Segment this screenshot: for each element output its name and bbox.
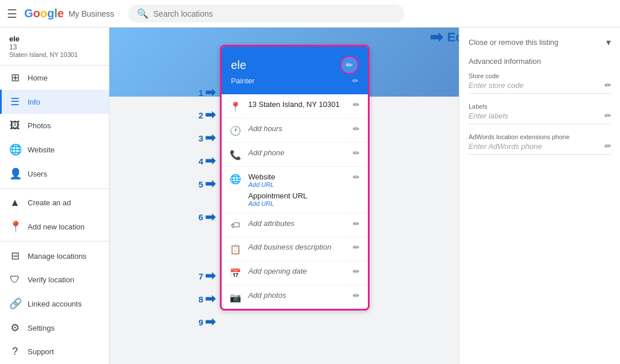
right-panel-top: Close or remove this listing ▾ — [469, 37, 611, 48]
store-code-placeholder: Enter store code — [469, 81, 523, 90]
photos-content: Add photos — [248, 291, 346, 300]
sidebar-item-create-ad[interactable]: ▲ Create an ad — [0, 191, 109, 214]
hours-row: 🕐 Add hours ✏ — [222, 118, 368, 143]
hours-icon: 🕐 — [230, 125, 241, 136]
edit-description-button[interactable]: ✏ — [353, 243, 360, 252]
num-2: 2 — [199, 110, 203, 120]
sidebar-item-info[interactable]: ☰ Info — [0, 90, 109, 114]
annotation-9: 9 ➡ — [199, 311, 215, 334]
arrow-9: ➡ — [205, 315, 215, 329]
annotation-3: 3 ➡ — [199, 127, 215, 150]
photos-text: Add photos — [248, 291, 346, 300]
adwords-label: AdWords location extensions phone — [469, 133, 611, 140]
labels-value: Enter labels ✏ — [469, 111, 611, 124]
sidebar-profile: ele 13 Staten Island, NY 10301 — [0, 28, 109, 66]
description-row: 📋 Add business description ✏ — [222, 237, 368, 261]
logo-letter: G — [24, 7, 33, 20]
sidebar-item-verify-location[interactable]: 🛡 Verify location — [0, 268, 109, 292]
logo-mybusiness: My Business — [69, 9, 114, 18]
sidebar-item-support[interactable]: ? Support — [0, 340, 109, 363]
photos-icon: 📷 — [230, 292, 241, 303]
num-3: 3 — [199, 133, 203, 143]
description-content: Add business description — [248, 243, 346, 251]
sidebar-item-users[interactable]: 👤 Users — [0, 162, 109, 186]
chevron-down-icon[interactable]: ▾ — [606, 37, 611, 48]
num-8: 8 — [199, 294, 203, 304]
website-label: Website — [248, 173, 346, 181]
profile-name: ele — [9, 35, 100, 43]
num-5: 5 — [199, 179, 203, 189]
annotation-5: 5 ➡ — [199, 173, 215, 196]
divider — [0, 241, 109, 242]
sidebar-item-manage-locations[interactable]: ⊟ Manage locations — [0, 244, 109, 268]
search-bar[interactable]: 🔍 — [128, 5, 404, 22]
card-header: ele ✏ Painter ✏ — [222, 47, 368, 94]
layout: ele 13 Staten Island, NY 10301 ⊞ Home ☰ … — [0, 28, 620, 364]
card-category-row: Painter ✏ — [231, 76, 359, 85]
right-panel: Close or remove this listing ▾ Advanced … — [459, 28, 620, 364]
sidebar-item-label: Photos — [28, 121, 51, 130]
logo-letter: g — [47, 7, 54, 20]
attributes-text: Add attributes — [248, 219, 346, 228]
arrow-1: ➡ — [205, 85, 215, 100]
website-url: Add URL — [248, 181, 346, 188]
hamburger-icon[interactable]: ☰ — [7, 7, 17, 21]
adwords-value: Enter AdWords phone ✏ — [469, 141, 611, 155]
edit-store-code-button[interactable]: ✏ — [604, 81, 611, 90]
num-6: 6 — [199, 212, 203, 222]
search-input[interactable] — [153, 9, 395, 18]
edit-attributes-button[interactable]: ✏ — [353, 219, 360, 228]
business-name: ele — [231, 59, 246, 72]
address-content: 13 Staten Island, NY 10301 — [248, 100, 346, 109]
sidebar-item-label: Home — [28, 74, 48, 82]
edit-opening-date-button[interactable]: ✏ — [353, 267, 360, 276]
annotation-1: 1 ➡ — [199, 81, 215, 105]
editing-tool-label: Editing Tool — [447, 30, 459, 45]
description-icon: 📋 — [230, 244, 241, 255]
sidebar-item-add-location[interactable]: 📍 Add new location — [0, 214, 109, 239]
edit-category-button[interactable]: ✏ — [352, 76, 359, 85]
num-1: 1 — [199, 88, 203, 98]
profile-number: 13 — [9, 43, 100, 51]
description-text: Add business description — [248, 243, 346, 251]
attributes-icon: 🏷 — [230, 220, 241, 231]
adwords-row: AdWords location extensions phone Enter … — [469, 133, 611, 155]
logo-letter: o — [40, 7, 47, 20]
edit-address-button[interactable]: ✏ — [353, 100, 360, 109]
sidebar-item-home[interactable]: ⊞ Home — [0, 66, 109, 90]
annotation-4: 4 ➡ — [199, 150, 215, 173]
sidebar-item-settings[interactable]: ⚙ Settings — [0, 316, 109, 340]
edit-photos-button[interactable]: ✏ — [353, 291, 360, 300]
sidebar-item-photos[interactable]: 🖼 Photos — [0, 114, 109, 137]
website-row: 🌐 Website Add URL Appointment URL Add UR… — [222, 167, 368, 213]
annotation-2: 2 ➡ — [199, 105, 215, 125]
sidebar-item-linked-accounts[interactable]: 🔗 Linked accounts — [0, 292, 109, 316]
edit-phone-button[interactable]: ✏ — [353, 148, 360, 158]
num-7: 7 — [199, 271, 203, 281]
card-name-row: ele ✏ — [231, 56, 359, 74]
edit-hours-button[interactable]: ✏ — [353, 124, 360, 133]
annotation-7: 7 ➡ — [199, 265, 215, 288]
sidebar-item-website[interactable]: 🌐 Website — [0, 137, 109, 162]
edit-name-button[interactable]: ✏ — [340, 56, 359, 74]
advanced-section: Advanced information Store code Enter st… — [469, 57, 611, 155]
logo: Google My Business — [24, 7, 114, 20]
arrow-3: ➡ — [205, 131, 215, 145]
edit-labels-button[interactable]: ✏ — [604, 111, 611, 120]
store-code-row: Store code Enter store code ✏ — [469, 72, 611, 94]
edit-website-button[interactable]: ✏ — [353, 173, 360, 182]
phone-icon: 📞 — [230, 150, 241, 160]
annotation-8: 8 ➡ — [199, 288, 215, 311]
sidebar-item-label: Website — [28, 145, 55, 154]
phone-card: ele ✏ Painter ✏ 📍 13 Sta — [220, 45, 370, 311]
advanced-title: Advanced information — [469, 57, 611, 66]
edit-adwords-button[interactable]: ✏ — [604, 141, 611, 151]
website-icon: 🌐 — [9, 143, 21, 156]
attributes-content: Add attributes — [248, 219, 346, 228]
appointment-url: Add URL — [248, 200, 346, 207]
arrow-6: ➡ — [205, 210, 215, 225]
hours-content: Add hours — [248, 124, 346, 133]
logo-letter: o — [33, 7, 40, 20]
sidebar-item-label: Create an ad — [28, 198, 71, 207]
sidebar-item-label: Settings — [28, 324, 55, 332]
